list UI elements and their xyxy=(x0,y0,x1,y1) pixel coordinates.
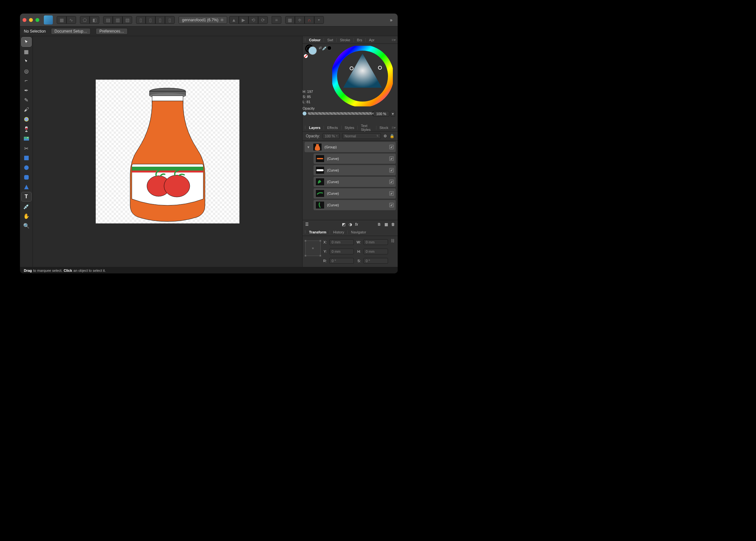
disclosure-icon[interactable]: ▼ xyxy=(307,145,310,149)
document-setup-button[interactable]: Document Setup… xyxy=(51,28,91,35)
mask-icon[interactable]: ◩ xyxy=(342,222,346,227)
document-tab[interactable]: gennarofood1 (6.7%) ✻ xyxy=(178,16,227,24)
rotate-ccw-button[interactable]: ⟲ xyxy=(248,16,258,24)
tab-appearance[interactable]: Apr xyxy=(367,36,377,44)
ellipse-tool[interactable] xyxy=(22,163,31,172)
panel-menu-icon[interactable]: ≡▾ xyxy=(391,38,396,42)
persona-grid-button[interactable]: ▦ xyxy=(57,16,66,24)
select-all-icon[interactable]: ▤ xyxy=(103,16,113,24)
r-field[interactable]: 0 ° xyxy=(329,258,354,264)
layer-row[interactable]: (Curve) ✓ xyxy=(314,154,396,164)
snap-grid-button[interactable]: ▦ xyxy=(285,16,295,24)
artboard-tool[interactable]: ▦ xyxy=(22,47,31,56)
tab-transform[interactable]: Transform xyxy=(307,228,329,236)
layer-options-gear-icon[interactable]: ⚙ xyxy=(383,134,387,138)
layer-visible-checkbox[interactable]: ✓ xyxy=(389,168,394,173)
close-window-button[interactable] xyxy=(23,18,26,22)
fill-swatch[interactable] xyxy=(308,46,317,55)
fx-icon[interactable]: fx xyxy=(355,222,358,227)
delete-layer-icon[interactable]: 🗑 xyxy=(391,222,395,227)
layer-row[interactable]: (Curve) ✓ xyxy=(314,188,396,199)
fill-tool[interactable] xyxy=(22,115,31,124)
tab-colour[interactable]: Colour xyxy=(307,36,323,44)
share-button[interactable]: ∿ xyxy=(66,16,76,24)
add-page-icon[interactable]: 🗎 xyxy=(378,222,381,227)
anchor-selector[interactable] xyxy=(305,241,321,256)
select-none-icon[interactable]: ▥ xyxy=(113,16,123,24)
layer-visible-checkbox[interactable]: ✓ xyxy=(389,191,394,196)
pencil-tool[interactable]: ✎ xyxy=(22,95,31,105)
transparency-tool[interactable]: 🍷 xyxy=(22,125,31,134)
select-transform-icon[interactable]: ▧ xyxy=(123,16,132,24)
tab-styles[interactable]: Styles xyxy=(342,124,357,131)
preferences-button[interactable]: Preferences… xyxy=(96,28,127,35)
node-tool[interactable] xyxy=(22,57,31,66)
minimize-window-button[interactable] xyxy=(29,18,33,22)
eyedropper-icon[interactable]: 💉 xyxy=(322,46,327,51)
rounded-rect-tool[interactable] xyxy=(22,173,31,182)
zoom-tool[interactable]: 🔍 xyxy=(22,221,31,230)
layer-opacity-field[interactable]: 100 %▾ xyxy=(323,133,340,139)
fwd-one-button[interactable]: ▯ xyxy=(155,16,165,24)
tab-stroke[interactable]: Stroke xyxy=(338,36,353,44)
snap-baseline-button[interactable]: ≑ xyxy=(295,16,305,24)
align-button[interactable]: ≡ xyxy=(272,16,281,24)
layer-row[interactable]: ▼ (Group) ✓ xyxy=(305,142,396,152)
insert-inside-button[interactable]: ⬠ xyxy=(80,16,90,24)
layer-visible-checkbox[interactable]: ✓ xyxy=(389,156,394,161)
x-field[interactable]: 0 mm xyxy=(329,239,354,245)
tab-navigator[interactable]: Navigator xyxy=(348,228,369,236)
back-one-button[interactable]: ▯ xyxy=(146,16,155,24)
tab-brushes[interactable]: Brs xyxy=(355,36,365,44)
layer-row[interactable]: (Curve) ✓ xyxy=(314,177,396,187)
flip-h-button[interactable]: ▲ xyxy=(229,16,239,24)
hand-tool[interactable]: ✋ xyxy=(22,212,31,221)
h-field[interactable]: 0 mm xyxy=(364,249,388,255)
no-fill-icon[interactable] xyxy=(304,54,308,58)
move-tool[interactable] xyxy=(22,37,31,46)
opacity-dropdown-button[interactable]: ▾ xyxy=(390,111,395,117)
opacity-value-field[interactable]: 100 % xyxy=(373,111,389,117)
layer-visible-checkbox[interactable]: ✓ xyxy=(389,180,394,184)
link-dimensions-icon[interactable]: ⛓ xyxy=(390,239,395,265)
triangle-tool[interactable] xyxy=(22,183,31,192)
move-back-button[interactable]: ▯ xyxy=(136,16,146,24)
y-field[interactable]: 0 mm xyxy=(329,249,354,255)
corner-tool[interactable]: ⌐ xyxy=(22,76,31,85)
w-field[interactable]: 0 mm xyxy=(364,239,388,245)
rotate-cw-button[interactable]: ⟳ xyxy=(258,16,268,24)
place-image-tool[interactable] xyxy=(22,134,31,143)
snap-dropdown-button[interactable]: ▾ xyxy=(314,16,324,24)
eyedropper-tool[interactable]: 💉 xyxy=(22,202,31,211)
rectangle-tool[interactable] xyxy=(22,154,31,163)
last-colour-swatch[interactable] xyxy=(327,46,332,50)
brush-tool[interactable]: 🖌 xyxy=(22,105,31,114)
maximize-window-button[interactable] xyxy=(35,18,39,22)
tab-text-styles[interactable]: Text Styles xyxy=(358,124,376,131)
s-field[interactable]: 0 ° xyxy=(364,258,388,264)
layer-visible-checkbox[interactable]: ✓ xyxy=(389,203,394,207)
tab-effects[interactable]: Effects xyxy=(325,124,340,131)
crop-tool[interactable]: ✂ xyxy=(22,144,31,153)
tab-stock[interactable]: Stock xyxy=(377,124,391,131)
colour-wheel[interactable] xyxy=(332,46,393,106)
canvas-viewport[interactable] xyxy=(33,36,302,267)
layer-visible-checkbox[interactable]: ✓ xyxy=(389,145,394,149)
toolbar-overflow-button[interactable]: » xyxy=(387,16,395,24)
pen-tool[interactable]: ✒ xyxy=(22,86,31,95)
layers-list[interactable]: ▼ (Group) ✓ (Curve) ✓ (Curve) xyxy=(303,141,398,220)
blend-mode-select[interactable]: Normal⇅ xyxy=(342,133,381,139)
swap-colours-icon[interactable]: ⇄ xyxy=(319,46,322,50)
layers-panel-menu-icon[interactable]: ≡▾ xyxy=(391,125,396,130)
add-pixel-icon[interactable]: ▦ xyxy=(384,222,388,227)
flip-v-button[interactable]: ▶ xyxy=(239,16,248,24)
layer-row[interactable]: (Curve) ✓ xyxy=(314,165,396,175)
layer-row[interactable]: (Curve) ✓ xyxy=(314,200,396,210)
tab-history[interactable]: History xyxy=(331,228,347,236)
text-tool[interactable]: T xyxy=(22,192,31,201)
adjustment-icon[interactable]: ◑ xyxy=(349,222,352,227)
snapping-button[interactable]: ∩ xyxy=(305,16,314,24)
layers-stacks-icon[interactable]: ☰ xyxy=(305,222,309,227)
insert-behind-button[interactable]: ◧ xyxy=(90,16,99,24)
layer-lock-icon[interactable]: 🔒 xyxy=(389,134,394,138)
